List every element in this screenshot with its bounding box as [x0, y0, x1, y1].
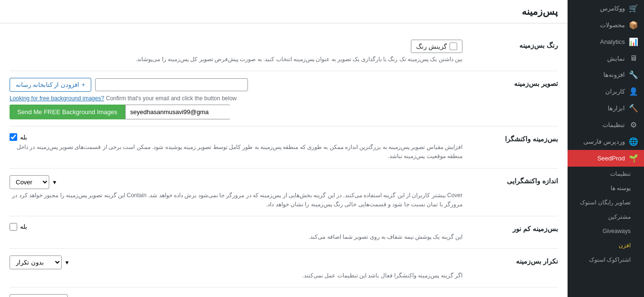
bg-position-content: Left Top Center Top Right Top Left Cente…: [10, 294, 462, 297]
email-send-row: Send Me FREE Background Images: [10, 105, 462, 119]
bg-overlay-label: بس‌زمینه کم نور: [472, 223, 558, 233]
sidebar-item-settings[interactable]: ⚙ تنظیمات: [568, 117, 644, 133]
bg-repeat-row: نکرار بس‌زمینه بدون تکرار تکرار تکرار اف…: [10, 249, 558, 287]
bg-size-row: اندازه واکنشگرایی Cover Contain Auto ▾ C…: [10, 169, 558, 216]
image-url-input[interactable]: [95, 78, 248, 91]
select-chevron-icon2: ▾: [65, 259, 69, 266]
settings-icon: ⚙: [629, 120, 638, 129]
bg-size-desc: Cover بیشتر کاربران از این گزینه استفاده…: [10, 191, 462, 209]
sidebar-item-afzoun[interactable]: افزن: [568, 238, 644, 253]
bg-image-content: + افزودن از کتابخانه رسانه Looking for f…: [10, 78, 462, 119]
seedprod-icon: 🌱: [629, 154, 638, 163]
sidebar-item-label: کاربران: [605, 88, 625, 95]
analytics-icon: 📊: [629, 37, 638, 46]
sidebar-item-label: ابزارها: [608, 105, 625, 112]
sidebar-item-woocommerce[interactable]: 🛒 ووکامرس: [568, 0, 644, 17]
sidebar-sub-label: اشتراکوک استوک: [589, 256, 631, 263]
select-chevron-icon: ▾: [53, 179, 56, 186]
bg-repeat-label: نکرار بس‌زمینه: [472, 255, 558, 265]
bg-image-row: تصویر بس‌زمینه + افزودن از کتابخانه رسان…: [10, 71, 558, 127]
sidebar-item-label: Analytics: [600, 38, 625, 45]
bg-position-select[interactable]: Left Top Center Top Right Top Left Cente…: [10, 294, 68, 297]
sidebar-item-label: محصولات: [600, 21, 625, 29]
sidebar-item-subscribe-stock[interactable]: اشتراکوک استوک: [568, 253, 644, 267]
sidebar-item-wp-farsi[interactable]: 🌐 وردپرس فارسی: [568, 133, 644, 150]
sidebar-sub-label: Giveaways: [602, 228, 631, 234]
bg-fit-label: بس‌زمینه واکنشگرا: [472, 133, 558, 143]
bg-overlay-desc: این گزینه یک پوشش نیمه شفاف به روی تصویر…: [10, 233, 462, 242]
bg-overlay-checkbox-row: بله: [10, 223, 462, 231]
sidebar-sub-label: تنظیمات: [610, 170, 631, 177]
color-picker-label: گزینش رنگ: [416, 43, 447, 50]
sidebar-item-seedprod[interactable]: 🌱 SeedProd: [568, 150, 644, 167]
sidebar-item-plugins[interactable]: 🔧 افزونه‌ها: [568, 66, 644, 83]
sidebar-item-tools[interactable]: 🔨 ابزارها: [568, 100, 644, 117]
sidebar-item-display[interactable]: 🖥 نمایش: [568, 50, 644, 66]
upload-button[interactable]: + افزودن از کتابخانه رسانه: [10, 78, 91, 92]
plugins-icon: 🔧: [629, 70, 638, 79]
bg-image-label: تصویر بس‌زمینه: [472, 78, 558, 87]
page-title: پس‌زمینه: [0, 0, 568, 23]
sidebar-item-users[interactable]: 👤 کاربران: [568, 83, 644, 100]
bg-color-content: گزینش رنگ بین داشتن یک پس‌زمینه تک رنگ ب…: [10, 40, 462, 64]
bg-repeat-content: بدون تکرار تکرار تکرار افقی تکرار عمودی …: [10, 255, 462, 280]
upload-label: افزودن از کتابخانه رسانه: [16, 81, 79, 88]
sidebar-sub-label: پوسته ها: [611, 185, 631, 191]
bg-position-select-row: Left Top Center Top Right Top Left Cente…: [10, 294, 462, 297]
bg-size-content: Cover Contain Auto ▾ Cover بیشتر کاربران…: [10, 175, 462, 209]
send-email-button[interactable]: Send Me FREE Background Images: [10, 105, 125, 119]
sidebar-item-subscribers[interactable]: مشترکین: [568, 210, 644, 224]
upload-row: + افزودن از کتابخانه رسانه: [10, 78, 462, 92]
color-swatch: [450, 42, 457, 50]
display-icon: 🖥: [629, 54, 638, 63]
sidebar-sub-label: افزن: [619, 242, 631, 249]
send-email-label: Send Me FREE Background Images: [17, 108, 118, 116]
confirm-text: Confirm that's your email and click the …: [106, 95, 237, 102]
bg-fit-row: بس‌زمینه واکنشگرا بله افزایش مقیاس تصویر…: [10, 127, 558, 168]
main-content: پس‌زمینه رنگ بس‌زمینه گزینش رنگ بین داشت…: [0, 0, 568, 297]
sidebar-item-posteha[interactable]: پوسته ها: [568, 181, 644, 195]
bg-repeat-desc: اگر گزینه پس‌زمینه واکنشگرا فعال باشد ای…: [10, 271, 462, 280]
sidebar-item-label: افزونه‌ها: [603, 71, 625, 78]
bg-repeat-select[interactable]: بدون تکرار تکرار تکرار افقی تکرار عمودی: [10, 255, 62, 269]
bg-fit-content: بله افزایش مقیاس تصویر پس‌زمینه به بزرگت…: [10, 133, 462, 161]
bg-color-row: رنگ بس‌زمینه گزینش رنگ بین داشتن یک پس‌ز…: [10, 33, 558, 71]
sidebar-item-giveaways[interactable]: Giveaways: [568, 224, 644, 238]
free-bg-link[interactable]: Looking for free background images?: [10, 95, 104, 102]
woocommerce-icon: 🛒: [629, 4, 638, 13]
color-picker-button[interactable]: گزینش رنگ: [411, 40, 462, 53]
products-icon: 📦: [629, 21, 638, 30]
bg-color-desc: بین داشتن یک پس‌زمینه تک رنگ با بارگذاری…: [10, 55, 462, 64]
bg-position-row: موقعیت بس‌زمینه Left Top Center Top Righ…: [10, 287, 558, 297]
bg-overlay-content: بله این گزینه یک پوشش نیمه شفاف به روی ت…: [10, 223, 462, 242]
sidebar-sub-label: مشترکین: [608, 213, 631, 220]
email-input[interactable]: [125, 105, 230, 119]
bg-overlay-checkbox[interactable]: [10, 223, 17, 231]
sidebar-item-label: تنظیمات: [602, 121, 625, 128]
page-title-text: پس‌زمینه: [522, 6, 558, 17]
wp-farsi-icon: 🌐: [629, 137, 638, 146]
sidebar-item-analytics[interactable]: 📊 Analytics: [568, 33, 644, 50]
bg-fit-desc: افزایش مقیاس تصویر پس‌زمینه به بزرگترین …: [10, 143, 462, 161]
bg-size-select[interactable]: Cover Contain Auto: [10, 175, 49, 189]
users-icon: 👤: [629, 87, 638, 96]
sidebar-item-free-stock[interactable]: تصاویر رایگان استوک: [568, 195, 644, 210]
free-bg-container: Looking for free background images? Conf…: [10, 95, 462, 102]
bg-size-select-row: Cover Contain Auto ▾: [10, 175, 462, 189]
bg-fit-checkbox-label: بله: [20, 134, 27, 141]
sidebar-item-settings-sub[interactable]: تنظیمات: [568, 167, 644, 181]
sidebar: 🛒 ووکامرس 📦 محصولات 📊 Analytics 🖥 نمایش …: [568, 0, 644, 297]
bg-overlay-row: بس‌زمینه کم نور بله این گزینه یک پوشش نی…: [10, 216, 558, 249]
sidebar-item-label: نمایش: [607, 55, 625, 62]
bg-overlay-checkbox-label: بله: [20, 223, 27, 230]
settings-area: رنگ بس‌زمینه گزینش رنگ بین داشتن یک پس‌ز…: [0, 23, 568, 297]
bg-color-label: رنگ بس‌زمینه: [472, 40, 558, 49]
sidebar-item-label: وردپرس فارسی: [583, 138, 625, 145]
bg-fit-checkbox-row: بله: [10, 133, 462, 141]
sidebar-item-products[interactable]: 📦 محصولات: [568, 17, 644, 33]
bg-position-label: موقعیت بس‌زمینه: [472, 294, 558, 297]
bg-size-label: اندازه واکنشگرایی: [472, 175, 558, 185]
tools-icon: 🔨: [629, 104, 638, 113]
upload-icon: +: [82, 81, 86, 88]
bg-fit-checkbox[interactable]: [10, 133, 17, 141]
